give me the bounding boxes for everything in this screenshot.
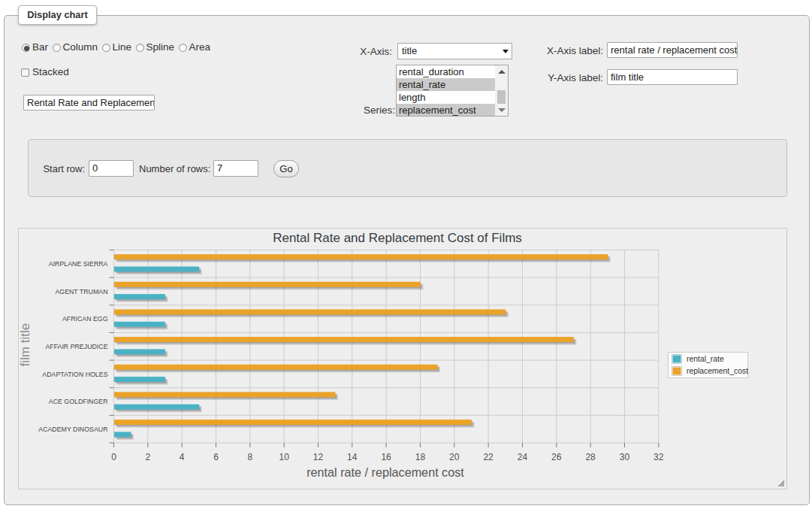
svg-text:20: 20	[449, 452, 460, 462]
svg-text:16: 16	[381, 452, 391, 462]
svg-text:replacement_cost: replacement_cost	[687, 367, 748, 375]
svg-text:Rental Rate and Replacement Co: Rental Rate and Replacement Cost of Film…	[273, 231, 522, 245]
svg-text:AIRPLANE SIERRA: AIRPLANE SIERRA	[49, 260, 108, 268]
svg-text:14: 14	[347, 452, 358, 462]
svg-text:rental_rate: rental_rate	[687, 355, 724, 363]
svg-text:ACADEMY DINOSAUR: ACADEMY DINOSAUR	[38, 426, 107, 433]
svg-text:2: 2	[145, 452, 150, 462]
svg-text:28: 28	[585, 452, 596, 462]
svg-text:rental rate / replacement cost: rental rate / replacement cost	[306, 465, 464, 479]
svg-text:18: 18	[415, 452, 426, 462]
svg-text:8: 8	[247, 452, 252, 462]
svg-text:10: 10	[279, 452, 290, 462]
svg-text:32: 32	[654, 452, 664, 462]
svg-text:AGENT TRUMAN: AGENT TRUMAN	[55, 288, 107, 295]
svg-text:22: 22	[483, 452, 494, 462]
svg-text:30: 30	[620, 452, 630, 462]
svg-text:ACE GOLDFINGER: ACE GOLDFINGER	[49, 398, 108, 405]
svg-text:AFRICAN EGG: AFRICAN EGG	[62, 315, 108, 323]
svg-text:film title: film title	[19, 323, 32, 367]
svg-text:24: 24	[518, 452, 528, 462]
svg-text:6: 6	[213, 452, 219, 462]
svg-text:4: 4	[180, 452, 185, 462]
svg-text:12: 12	[313, 452, 324, 462]
svg-text:AFFAIR PREJUDICE: AFFAIR PREJUDICE	[45, 343, 107, 350]
svg-text:0: 0	[111, 452, 116, 462]
svg-text:ADAPTATION HOLES: ADAPTATION HOLES	[42, 371, 107, 378]
svg-text:26: 26	[551, 452, 562, 462]
